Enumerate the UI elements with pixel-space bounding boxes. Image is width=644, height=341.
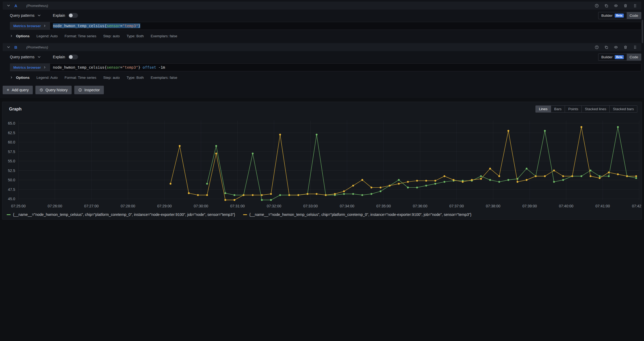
editor-actions: + Add query Query history Inspector — [3, 86, 641, 94]
svg-text:07:31:00: 07:31:00 — [230, 204, 245, 208]
graph-panel-header: Graph Lines Bars Points Stacked lines St… — [2, 102, 642, 114]
query-expression-input[interactable]: node_hwmon_temp_celsius{sensor="temp3"} … — [50, 63, 641, 71]
editor-mode-switch: Builder Beta Code — [598, 12, 641, 19]
legend-item-series-b[interactable]: {__name__="node_hwmon_temp_celsius", chi… — [243, 212, 471, 217]
svg-text:07:42:00: 07:42:00 — [632, 204, 641, 208]
info-icon — [78, 88, 82, 92]
svg-text:65.0: 65.0 — [8, 121, 15, 125]
tab-lines[interactable]: Lines — [536, 106, 551, 112]
query-b-header[interactable]: B (Prometheus) — [3, 43, 641, 51]
query-a-options-row: Options Legend: Auto Format: Time series… — [10, 33, 641, 39]
svg-text:55.0: 55.0 — [8, 159, 15, 163]
remove-query-trash-icon[interactable] — [623, 3, 628, 8]
query-a-header[interactable]: A (Prometheus) — [3, 2, 641, 10]
tab-bars[interactable]: Bars — [551, 106, 565, 112]
duplicate-icon[interactable] — [604, 3, 609, 8]
code-label: Code — [630, 14, 638, 18]
builder-mode-option[interactable]: Builder Beta — [598, 12, 627, 19]
datasource-label: (Prometheus) — [26, 45, 48, 49]
options-summary-item: Step: auto — [103, 76, 120, 80]
view-mode-tabs: Lines Bars Points Stacked lines Stacked … — [535, 105, 637, 113]
query-patterns-dropdown[interactable]: Query patterns — [10, 13, 41, 18]
builder-label: Builder — [601, 55, 613, 59]
query-history-button[interactable]: Query history — [35, 86, 72, 94]
graph-panel: Graph Lines Bars Points Stacked lines St… — [2, 102, 642, 220]
options-summary-item: Format: Time series — [65, 34, 96, 38]
code-mode-option[interactable]: Code — [627, 54, 641, 60]
svg-text:07:33:00: 07:33:00 — [303, 204, 318, 208]
explain-toggle[interactable] — [68, 55, 78, 59]
query-ref-id: B — [14, 45, 17, 50]
hide-response-eye-icon[interactable] — [613, 44, 618, 50]
query-a-toolbar: Query patterns Explain Builder Beta Code — [10, 11, 641, 20]
help-icon[interactable] — [594, 44, 599, 50]
chevron-down-icon — [37, 55, 41, 59]
svg-text:07:34:00: 07:34:00 — [340, 204, 354, 208]
query-expression-input[interactable]: node_hwmon_temp_celsius{sensor="temp3"} — [50, 22, 641, 30]
builder-label: Builder — [601, 14, 613, 18]
tab-stacked-bars[interactable]: Stacked bars — [609, 106, 637, 112]
chart-svg[interactable]: 07:25:0007:26:0007:27:0007:28:0007:29:00… — [2, 117, 641, 211]
svg-text:07:36:00: 07:36:00 — [413, 204, 428, 208]
add-query-button[interactable]: + Add query — [3, 86, 33, 94]
plus-icon: + — [7, 88, 9, 92]
scrollbar-thumb[interactable] — [642, 20, 643, 43]
help-icon[interactable] — [594, 3, 599, 8]
options-summary-item: Legend: Auto — [36, 34, 58, 38]
options-toggle[interactable]: Options — [10, 34, 30, 38]
query-a-input-row: Metrics browser node_hwmon_temp_celsius{… — [10, 22, 641, 30]
chevron-right-icon — [10, 76, 13, 79]
query-patterns-label: Query patterns — [10, 13, 35, 18]
hide-response-eye-icon[interactable] — [613, 3, 618, 8]
metrics-browser-label: Metrics browser — [13, 24, 41, 28]
builder-mode-option[interactable]: Builder Beta — [598, 54, 627, 60]
metrics-browser-button[interactable]: Metrics browser — [10, 22, 50, 30]
options-label: Options — [16, 76, 30, 80]
time-series-chart[interactable]: 07:25:0007:26:0007:27:0007:28:0007:29:00… — [2, 117, 642, 212]
inspector-button[interactable]: Inspector — [74, 86, 104, 94]
svg-text:07:25:00: 07:25:00 — [11, 204, 26, 208]
svg-text:52.5: 52.5 — [8, 169, 15, 173]
toggle-knob — [69, 55, 73, 59]
history-icon — [39, 88, 43, 92]
svg-text:07:32:00: 07:32:00 — [267, 204, 281, 208]
collapse-chevron-icon[interactable] — [6, 3, 11, 8]
options-summary-item: Exemplars: false — [151, 34, 177, 38]
chevron-right-icon — [43, 24, 46, 27]
query-header-actions — [594, 3, 638, 8]
remove-query-trash-icon[interactable] — [623, 44, 628, 50]
query-b-toolbar: Query patterns Explain Builder Beta Code — [10, 53, 641, 61]
query-b-options-row: Options Legend: Auto Format: Time series… — [10, 75, 641, 80]
editor-mode-switch: Builder Beta Code — [598, 54, 641, 61]
explain-label: Explain — [53, 13, 65, 18]
svg-text:07:37:00: 07:37:00 — [449, 204, 464, 208]
svg-text:07:29:00: 07:29:00 — [157, 204, 172, 208]
metrics-browser-button[interactable]: Metrics browser — [10, 63, 50, 71]
drag-handle-icon[interactable] — [632, 3, 638, 8]
legend-item-series-a[interactable]: {__name__="node_hwmon_temp_celsius", chi… — [7, 212, 235, 217]
options-summary-item: Step: auto — [103, 34, 120, 38]
query-history-label: Query history — [46, 88, 68, 92]
explain-toggle[interactable] — [68, 13, 78, 18]
query-header-actions — [594, 44, 638, 50]
query-patterns-dropdown[interactable]: Query patterns — [10, 55, 41, 59]
options-toggle[interactable]: Options — [10, 76, 30, 80]
metrics-browser-label: Metrics browser — [13, 65, 41, 69]
svg-text:62.5: 62.5 — [8, 131, 15, 135]
collapse-chevron-icon[interactable] — [6, 45, 11, 49]
chevron-right-icon — [10, 34, 13, 38]
tab-points[interactable]: Points — [565, 106, 581, 112]
drag-handle-icon[interactable] — [632, 44, 638, 50]
options-summary-item: Format: Time series — [65, 76, 96, 80]
beta-badge: Beta — [615, 14, 624, 18]
svg-text:07:40:00: 07:40:00 — [559, 204, 573, 208]
svg-text:45.0: 45.0 — [8, 197, 15, 201]
datasource-label: (Prometheus) — [26, 4, 48, 8]
chart-legend: {__name__="node_hwmon_temp_celsius", chi… — [2, 212, 642, 217]
options-summary-item: Type: Both — [126, 34, 144, 38]
code-mode-option[interactable]: Code — [627, 12, 641, 19]
duplicate-icon[interactable] — [604, 44, 609, 50]
svg-text:57.5: 57.5 — [8, 150, 15, 154]
beta-badge: Beta — [615, 55, 624, 59]
tab-stacked-lines[interactable]: Stacked lines — [581, 106, 609, 112]
